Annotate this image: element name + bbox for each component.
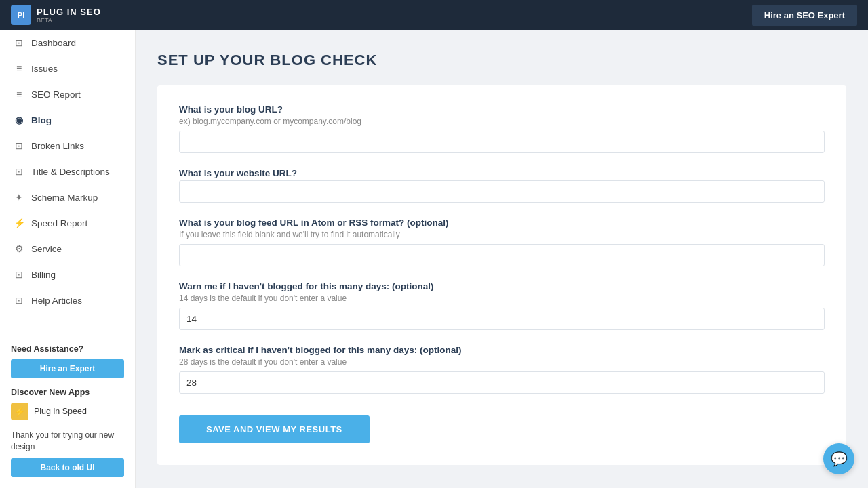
schema-icon: ✦	[14, 192, 24, 203]
sidebar-item-label: Service	[31, 244, 62, 254]
logo-beta: BETA	[37, 17, 101, 24]
need-assistance-label: Need Assistance?	[11, 344, 124, 354]
billing-icon: ⊡	[14, 269, 24, 280]
sidebar-item-label: SEO Report	[31, 89, 81, 100]
speed-report-icon: ⚡	[14, 218, 24, 228]
form-group-critical-days: Mark as critical if I haven't blogged fo…	[179, 345, 825, 394]
form-group-blog-url: What is your blog URL? ex) blog.mycompan…	[179, 104, 825, 153]
sidebar-item-label: Blog	[31, 115, 52, 125]
sidebar-item-label: Speed Report	[31, 218, 87, 228]
save-results-button[interactable]: SAVE AND VIEW MY RESULTS	[179, 415, 370, 443]
sidebar-item-issues[interactable]: ≡ Issues	[0, 56, 135, 81]
sidebar-item-blog[interactable]: ◉ Blog	[0, 107, 135, 133]
sidebar-item-label: Billing	[31, 270, 56, 280]
form-input-feed-url[interactable]	[179, 244, 825, 266]
sidebar-item-billing[interactable]: ⊡ Billing	[0, 262, 135, 287]
plug-in-speed-item: ⚡ Plug in Speed	[11, 403, 124, 420]
form-input-website-url[interactable]	[179, 180, 825, 203]
form-input-warn-days[interactable]	[179, 308, 825, 330]
form-hint-warn-days: 14 days is the default if you don't ente…	[179, 293, 825, 303]
form-group-feed-url: What is your blog feed URL in Atom or RS…	[179, 218, 825, 266]
blog-icon: ◉	[14, 115, 24, 125]
back-to-old-button[interactable]: Back to old UI	[11, 458, 124, 477]
form-label-critical-days: Mark as critical if I haven't blogged fo…	[179, 345, 825, 355]
form-hint-feed-url: If you leave this field blank and we'll …	[179, 230, 825, 239]
sidebar-bottom: Need Assistance? Hire an Expert Discover…	[0, 333, 135, 488]
speed-app-icon: ⚡	[11, 403, 28, 420]
form-label-blog-url: What is your blog URL?	[179, 104, 825, 115]
sidebar-item-schema[interactable]: ✦ Schema Markup	[0, 184, 135, 210]
sidebar: ⊡ Dashboard ≡ Issues ≡ SEO Report ◉ Blog…	[0, 30, 136, 488]
sidebar-item-help[interactable]: ⊡ Help Articles	[0, 287, 135, 313]
broken-links-icon: ⊡	[14, 140, 24, 151]
sidebar-item-broken-links[interactable]: ⊡ Broken Links	[0, 133, 135, 159]
sidebar-item-speed-report[interactable]: ⚡ Speed Report	[0, 210, 135, 236]
service-icon: ⚙	[14, 243, 24, 254]
form-group-website-url: What is your website URL?	[179, 168, 825, 203]
sidebar-item-label: Dashboard	[31, 38, 76, 48]
form-label-warn-days: Warn me if I haven't blogged for this ma…	[179, 281, 825, 291]
form-hint-blog-url: ex) blog.mycompany.com or mycompany.com/…	[179, 117, 825, 126]
discover-apps-label: Discover New Apps	[11, 388, 124, 397]
title-desc-icon: ⊡	[14, 166, 24, 177]
top-nav: PI PLUG IN SEO BETA Hire an SEO Expert	[0, 0, 868, 30]
form-card: What is your blog URL? ex) blog.mycompan…	[157, 85, 846, 465]
logo-icon: PI	[11, 5, 31, 25]
chat-icon: 💬	[831, 451, 848, 467]
issues-icon: ≡	[14, 63, 24, 74]
form-input-blog-url[interactable]	[179, 131, 825, 153]
main-content: SET UP YOUR BLOG CHECK What is your blog…	[136, 30, 868, 488]
sidebar-item-label: Broken Links	[31, 141, 84, 151]
thank-you-text: Thank you for trying our new design	[11, 430, 124, 453]
form-group-warn-days: Warn me if I haven't blogged for this ma…	[179, 281, 825, 330]
dashboard-icon: ⊡	[14, 37, 24, 48]
sidebar-item-label: Schema Markup	[31, 192, 98, 203]
sidebar-item-label: Title & Descriptions	[31, 167, 110, 177]
hire-expert-top-button[interactable]: Hire an SEO Expert	[752, 5, 857, 26]
help-icon: ⊡	[14, 295, 24, 306]
logo-area: PI PLUG IN SEO BETA	[11, 5, 101, 25]
sidebar-item-service[interactable]: ⚙ Service	[0, 236, 135, 262]
form-input-critical-days[interactable]	[179, 371, 825, 394]
form-label-website-url: What is your website URL?	[179, 168, 825, 178]
seo-report-icon: ≡	[14, 89, 24, 100]
sidebar-item-label: Issues	[31, 64, 58, 74]
sidebar-item-title-desc[interactable]: ⊡ Title & Descriptions	[0, 159, 135, 184]
sidebar-item-dashboard[interactable]: ⊡ Dashboard	[0, 30, 135, 56]
chat-button[interactable]: 💬	[823, 443, 854, 474]
form-hint-critical-days: 28 days is the default if you don't ente…	[179, 357, 825, 367]
page-title: SET UP YOUR BLOG CHECK	[157, 52, 846, 69]
form-label-feed-url: What is your blog feed URL in Atom or RS…	[179, 218, 825, 228]
speed-app-label: Plug in Speed	[34, 407, 87, 416]
sidebar-item-label: Help Articles	[31, 296, 82, 306]
logo-text: PLUG IN SEO	[37, 7, 101, 17]
hire-expert-sidebar-button[interactable]: Hire an Expert	[11, 359, 124, 378]
sidebar-item-seo-report[interactable]: ≡ SEO Report	[0, 81, 135, 107]
